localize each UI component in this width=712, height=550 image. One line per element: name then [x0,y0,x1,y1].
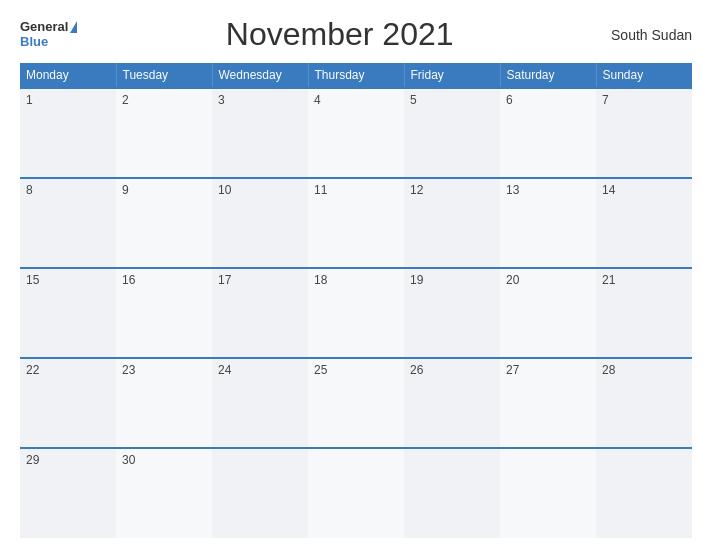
day-27: 27 [500,358,596,448]
day-6: 6 [500,88,596,178]
day-3: 3 [212,88,308,178]
day-empty-2 [308,448,404,538]
week-row-3: 15 16 17 18 19 20 21 [20,268,692,358]
header-wednesday: Wednesday [212,63,308,88]
day-13: 13 [500,178,596,268]
logo: General Blue [20,20,77,49]
day-12: 12 [404,178,500,268]
day-empty-4 [500,448,596,538]
logo-blue-text: Blue [20,35,48,49]
day-empty-3 [404,448,500,538]
day-18: 18 [308,268,404,358]
day-1: 1 [20,88,116,178]
day-5: 5 [404,88,500,178]
header-monday: Monday [20,63,116,88]
day-14: 14 [596,178,692,268]
day-9: 9 [116,178,212,268]
day-empty-1 [212,448,308,538]
day-15: 15 [20,268,116,358]
calendar-title: November 2021 [77,16,602,53]
calendar-table: Monday Tuesday Wednesday Thursday Friday… [20,63,692,538]
week-row-2: 8 9 10 11 12 13 14 [20,178,692,268]
country-label: South Sudan [602,27,692,43]
weekday-header-row: Monday Tuesday Wednesday Thursday Friday… [20,63,692,88]
day-21: 21 [596,268,692,358]
day-4: 4 [308,88,404,178]
day-8: 8 [20,178,116,268]
header-sunday: Sunday [596,63,692,88]
day-23: 23 [116,358,212,448]
day-20: 20 [500,268,596,358]
logo-triangle-icon [70,21,77,33]
day-11: 11 [308,178,404,268]
day-10: 10 [212,178,308,268]
week-row-5: 29 30 [20,448,692,538]
day-2: 2 [116,88,212,178]
header-tuesday: Tuesday [116,63,212,88]
day-26: 26 [404,358,500,448]
day-19: 19 [404,268,500,358]
logo-general-text: General [20,20,68,34]
day-25: 25 [308,358,404,448]
header: General Blue November 2021 South Sudan [20,16,692,53]
header-friday: Friday [404,63,500,88]
day-17: 17 [212,268,308,358]
header-thursday: Thursday [308,63,404,88]
week-row-4: 22 23 24 25 26 27 28 [20,358,692,448]
day-22: 22 [20,358,116,448]
day-16: 16 [116,268,212,358]
day-30: 30 [116,448,212,538]
day-29: 29 [20,448,116,538]
day-empty-5 [596,448,692,538]
day-24: 24 [212,358,308,448]
calendar-page: General Blue November 2021 South Sudan M… [0,0,712,550]
week-row-1: 1 2 3 4 5 6 7 [20,88,692,178]
day-7: 7 [596,88,692,178]
header-saturday: Saturday [500,63,596,88]
day-28: 28 [596,358,692,448]
